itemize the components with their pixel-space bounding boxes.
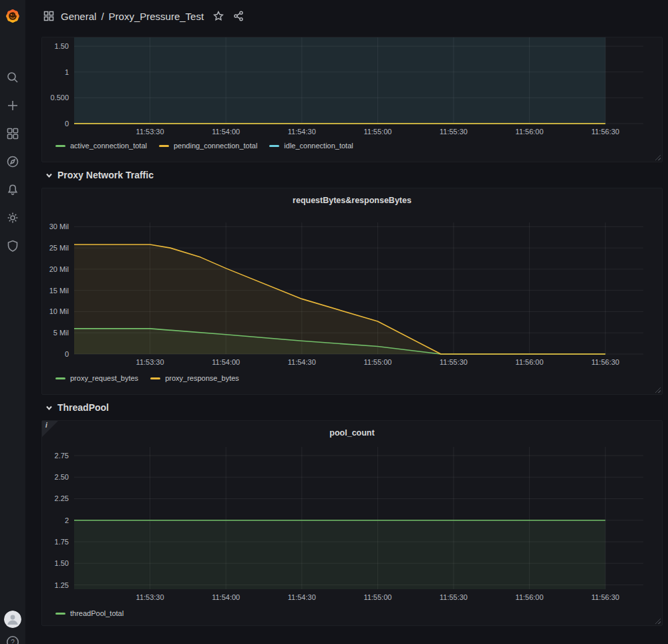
- legend-connections: active_connection_totalpending_connectio…: [42, 139, 662, 155]
- legend-bytes: proxy_request_bytesproxy_response_bytes: [42, 371, 662, 387]
- svg-text:11:56:30: 11:56:30: [591, 128, 619, 136]
- svg-text:1.50: 1.50: [55, 559, 69, 567]
- legend-label: threadPool_total: [70, 609, 124, 617]
- legend-swatch: [269, 145, 279, 147]
- panel-connections: 00.50011.5011:53:3011:54:0011:54:3011:55…: [41, 37, 663, 162]
- svg-text:11:53:30: 11:53:30: [136, 593, 164, 601]
- grafana-logo[interactable]: [0, 0, 25, 32]
- explore-compass-icon[interactable]: [6, 155, 19, 168]
- chart-bytes[interactable]: 05 Mil10 Mil15 Mil20 Mil25 Mil30 Mil11:5…: [42, 211, 662, 371]
- legend-label: active_connection_total: [70, 142, 147, 150]
- shield-icon[interactable]: [6, 239, 19, 253]
- dashboards-icon[interactable]: [6, 127, 19, 140]
- share-icon[interactable]: [233, 11, 244, 21]
- svg-text:11:55:30: 11:55:30: [440, 128, 468, 136]
- panel-title[interactable]: requestBytes&responseBytes: [42, 188, 662, 211]
- section-title: ThreadPool: [57, 402, 109, 413]
- legend-item-pending_connection_total[interactable]: pending_connection_total: [159, 142, 257, 150]
- svg-text:10 Mil: 10 Mil: [49, 307, 69, 315]
- svg-text:0: 0: [65, 350, 69, 358]
- star-icon[interactable]: [213, 11, 224, 21]
- svg-text:11:54:00: 11:54:00: [212, 128, 240, 136]
- svg-text:2.50: 2.50: [55, 473, 69, 481]
- search-icon[interactable]: [6, 71, 19, 84]
- chart-connections[interactable]: 00.50011.5011:53:3011:54:0011:54:3011:55…: [42, 37, 662, 139]
- svg-text:11:54:00: 11:54:00: [212, 358, 240, 366]
- svg-text:11:54:30: 11:54:30: [288, 358, 316, 366]
- svg-text:11:53:30: 11:53:30: [136, 358, 164, 366]
- help-icon[interactable]: ?: [5, 635, 20, 644]
- legend-item-threadPool_total[interactable]: threadPool_total: [55, 609, 124, 617]
- legend-label: proxy_request_bytes: [70, 374, 138, 382]
- breadcrumb-folder[interactable]: General: [61, 11, 96, 22]
- user-avatar[interactable]: [4, 611, 21, 628]
- panel-request-response-bytes: requestBytes&responseBytes 05 Mil10 Mil1…: [41, 188, 663, 395]
- dashboard-canvas: 00.50011.5011:53:3011:54:0011:54:3011:55…: [25, 32, 668, 644]
- legend-item-active_connection_total[interactable]: active_connection_total: [55, 142, 147, 150]
- svg-text:11:55:00: 11:55:00: [363, 358, 391, 366]
- breadcrumb-dashboard-title: Proxy_Pressure_Test: [109, 11, 204, 22]
- svg-text:1.75: 1.75: [55, 538, 69, 546]
- breadcrumb-separator: /: [101, 11, 104, 22]
- svg-text:11:56:00: 11:56:00: [516, 128, 544, 136]
- panel-title[interactable]: pool_count: [42, 421, 662, 444]
- section-title: Proxy Network Traffic: [57, 170, 154, 180]
- svg-text:11:54:30: 11:54:30: [288, 593, 316, 601]
- legend-item-idle_connection_total[interactable]: idle_connection_total: [269, 142, 353, 150]
- section-threadpool[interactable]: ThreadPool: [41, 395, 663, 420]
- svg-text:1.25: 1.25: [55, 581, 69, 589]
- legend-swatch: [55, 377, 65, 379]
- legend-label: proxy_response_bytes: [165, 374, 239, 382]
- legend-label: idle_connection_total: [284, 142, 353, 150]
- legend-item-proxy_request_bytes[interactable]: proxy_request_bytes: [55, 374, 138, 382]
- panel-info-corner[interactable]: i: [42, 421, 58, 437]
- svg-text:11:55:30: 11:55:30: [440, 593, 468, 601]
- svg-text:11:55:30: 11:55:30: [440, 358, 468, 366]
- svg-text:11:56:30: 11:56:30: [591, 358, 619, 366]
- sidebar-bottom: ?: [0, 611, 25, 644]
- plus-icon[interactable]: [6, 99, 19, 112]
- sidebar: ?: [0, 0, 25, 644]
- legend-pool: threadPool_total: [42, 607, 662, 623]
- legend-swatch: [55, 145, 65, 147]
- svg-text:11:56:00: 11:56:00: [516, 593, 544, 601]
- svg-text:25 Mil: 25 Mil: [49, 244, 69, 252]
- svg-text:15 Mil: 15 Mil: [49, 287, 69, 295]
- legend-swatch: [55, 613, 65, 615]
- legend-label: pending_connection_total: [174, 142, 257, 150]
- panel-pool-count: i pool_count 1.251.501.7522.252.502.7511…: [41, 420, 663, 626]
- svg-text:1.50: 1.50: [55, 42, 69, 50]
- svg-text:5 Mil: 5 Mil: [53, 329, 69, 337]
- section-proxy-network-traffic[interactable]: Proxy Network Traffic: [41, 162, 663, 188]
- svg-text:2.25: 2.25: [55, 494, 69, 502]
- avatar-icon: [4, 611, 21, 628]
- svg-text:2: 2: [65, 516, 69, 524]
- chevron-down-icon: [45, 172, 53, 179]
- svg-text:11:54:00: 11:54:00: [212, 593, 240, 601]
- legend-swatch: [150, 377, 160, 379]
- svg-text:1: 1: [65, 68, 69, 76]
- legend-item-proxy_response_bytes[interactable]: proxy_response_bytes: [150, 374, 239, 382]
- chevron-down-icon: [45, 404, 53, 412]
- sidebar-menu: [6, 71, 19, 253]
- legend-swatch: [159, 145, 169, 147]
- breadcrumb[interactable]: General / Proxy_Pressure_Test: [61, 11, 204, 22]
- svg-text:0.500: 0.500: [50, 94, 69, 102]
- svg-text:30 Mil: 30 Mil: [49, 222, 69, 230]
- settings-gear-icon[interactable]: [6, 211, 19, 224]
- alerting-bell-icon[interactable]: [6, 183, 19, 196]
- svg-text:11:55:00: 11:55:00: [363, 128, 391, 136]
- info-icon: i: [45, 422, 47, 429]
- svg-text:2.75: 2.75: [55, 452, 69, 460]
- svg-text:?: ?: [11, 639, 15, 644]
- dashboard-grid-icon: [43, 11, 54, 21]
- svg-text:11:56:00: 11:56:00: [516, 358, 544, 366]
- svg-text:11:55:00: 11:55:00: [363, 593, 391, 601]
- grafana-flame-icon: [4, 7, 21, 25]
- top-navbar: General / Proxy_Pressure_Test: [25, 0, 668, 32]
- svg-text:11:54:30: 11:54:30: [288, 128, 316, 136]
- svg-text:20 Mil: 20 Mil: [49, 265, 69, 273]
- chart-pool[interactable]: 1.251.501.7522.252.502.7511:53:3011:54:0…: [42, 444, 662, 607]
- svg-text:11:56:30: 11:56:30: [591, 593, 619, 601]
- svg-text:11:53:30: 11:53:30: [136, 128, 164, 136]
